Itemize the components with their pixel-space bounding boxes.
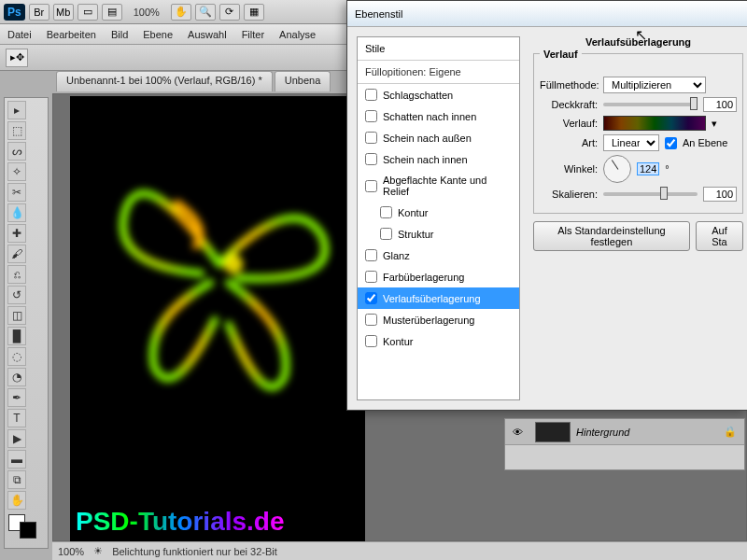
shape-tool[interactable]: ▬ (7, 450, 26, 469)
extras-button[interactable]: ▦ (244, 4, 264, 21)
doc-tab-1[interactable]: Unbena (275, 71, 331, 91)
hand-tool[interactable]: ✋ (7, 491, 26, 510)
blur-tool[interactable]: ◌ (7, 347, 26, 366)
menu-datei[interactable]: Datei (7, 29, 32, 40)
color-swatch[interactable] (7, 514, 46, 542)
angle-input[interactable]: 124 (637, 162, 659, 175)
style-checkbox[interactable] (365, 292, 377, 304)
hand-tool-button[interactable]: ✋ (171, 4, 191, 21)
menu-auswahl[interactable]: Auswahl (188, 29, 227, 40)
gradient-tool[interactable]: █ (7, 327, 26, 345)
make-default-button[interactable]: Als Standardeinstellung festlegen (533, 221, 690, 251)
style-item-6[interactable]: Struktur (358, 223, 519, 245)
lasso-tool[interactable]: ᔕ (7, 142, 26, 161)
marquee-tool[interactable]: ⬚ (7, 121, 26, 140)
style-checkbox[interactable] (365, 132, 377, 144)
crop-tool[interactable]: ✂ (7, 183, 26, 202)
menu-bearbeiten[interactable]: Bearbeiten (47, 29, 96, 40)
style-item-1[interactable]: Schatten nach innen (358, 105, 519, 127)
3d-tool[interactable]: ⧉ (7, 470, 26, 489)
gradient-dropdown-icon[interactable]: ▾ (712, 118, 717, 130)
style-item-label: Glanz (383, 250, 410, 261)
style-checkbox[interactable] (365, 153, 377, 165)
style-item-label: Schein nach außen (383, 133, 472, 144)
layer-name[interactable]: Hintergrund (576, 427, 629, 438)
opacity-slider[interactable] (603, 103, 698, 106)
eyedropper-tool[interactable]: 💧 (7, 203, 26, 222)
style-item-3[interactable]: Schein nach innen (358, 148, 519, 170)
style-checkbox[interactable] (365, 180, 377, 192)
style-checkbox[interactable] (365, 335, 377, 347)
style-checkbox[interactable] (380, 228, 392, 240)
background-color[interactable] (20, 522, 36, 539)
menu-bild[interactable]: Bild (111, 29, 128, 40)
menu-ebene[interactable]: Ebene (143, 29, 173, 40)
status-zoom[interactable]: 100% (58, 546, 84, 557)
heal-tool[interactable]: ✚ (7, 224, 26, 243)
document-canvas[interactable]: PSD-Tutorials.de (70, 96, 365, 542)
scale-slider[interactable] (603, 192, 698, 196)
style-item-9[interactable]: Verlaufsüberlagerung (358, 287, 519, 309)
style-checkbox[interactable] (365, 110, 377, 122)
fieldset-title: Verlauf (540, 49, 582, 60)
screen-mode-button[interactable]: ▭ (78, 4, 98, 21)
angle-label: Winkel: (540, 163, 598, 175)
stamp-tool[interactable]: ⎌ (7, 265, 26, 284)
doc-tab-active[interactable]: Unbenannt-1 bei 100% (Verlauf, RGB/16) * (56, 71, 273, 91)
menu-analyse[interactable]: Analyse (279, 29, 316, 40)
style-item-5[interactable]: Kontur (358, 202, 519, 223)
style-checkbox[interactable] (365, 271, 377, 283)
settings-panel: Verlaufsüberlagerung Verlauf Füllmethode… (529, 36, 747, 251)
style-item-7[interactable]: Glanz (358, 245, 519, 266)
scale-input[interactable] (703, 187, 737, 202)
path-select-tool[interactable]: ▶ (7, 429, 26, 448)
bridge-button[interactable]: Br (29, 4, 49, 21)
align-checkbox[interactable] (665, 137, 677, 149)
menu-filter[interactable]: Filter (242, 29, 264, 40)
lock-icon[interactable]: 🔒 (724, 426, 737, 438)
dialog-titlebar[interactable]: Ebenenstil (347, 1, 747, 27)
move-tool-icon[interactable]: ▸✥ (6, 49, 28, 67)
move-tool[interactable]: ▸ (7, 101, 26, 119)
reset-default-button[interactable]: Auf Sta (696, 221, 743, 251)
history-brush-tool[interactable]: ↺ (7, 286, 26, 304)
style-item-10[interactable]: Musterüberlagerung (358, 309, 519, 330)
styles-header[interactable]: Stile (358, 37, 519, 61)
layer-row[interactable]: 👁 Hintergrund 🔒 (505, 419, 744, 445)
blend-mode-select[interactable]: Multiplizieren (603, 77, 706, 93)
type-tool[interactable]: T (7, 409, 26, 427)
gradient-style-select[interactable]: Linear (603, 134, 659, 151)
styles-list: Stile Füllopitionen: Eigene Schlagschatt… (357, 36, 520, 400)
pen-tool[interactable]: ✒ (7, 388, 26, 407)
wand-tool[interactable]: ✧ (7, 162, 26, 181)
style-item-0[interactable]: Schlagschatten (358, 84, 519, 105)
eraser-tool[interactable]: ◫ (7, 306, 26, 325)
style-item-label: Schlagschatten (383, 90, 453, 101)
exposure-icon: ☀ (93, 545, 103, 557)
minibridge-button[interactable]: Mb (53, 4, 74, 21)
gradient-preview[interactable] (603, 116, 706, 131)
visibility-icon[interactable]: 👁 (505, 427, 529, 438)
style-item-11[interactable]: Kontur (358, 330, 519, 352)
angle-dial[interactable] (603, 155, 631, 183)
dialog-title: Ebenenstil (355, 8, 402, 20)
brush-tool[interactable]: 🖌 (7, 245, 26, 263)
style-checkbox[interactable] (380, 206, 392, 218)
opacity-input[interactable] (703, 97, 737, 112)
style-item-4[interactable]: Abgeflachte Kante und Relief (358, 170, 519, 202)
style-checkbox[interactable] (365, 314, 377, 326)
style-checkbox[interactable] (365, 249, 377, 261)
style-item-8[interactable]: Farbüberlagerung (358, 266, 519, 287)
rotate-view-button[interactable]: ⟳ (219, 4, 240, 21)
style-item-label: Abgeflachte Kante und Relief (383, 175, 512, 197)
layer-thumbnail[interactable] (535, 422, 571, 442)
style-item-2[interactable]: Schein nach außen (358, 127, 519, 148)
fill-options[interactable]: Füllopitionen: Eigene (358, 61, 519, 84)
status-bar: 100% ☀ Belichtung funktioniert nur bei 3… (52, 541, 747, 560)
style-item-label: Schatten nach innen (383, 111, 476, 122)
zoom-tool-button[interactable]: 🔍 (195, 4, 216, 21)
dodge-tool[interactable]: ◔ (7, 368, 26, 386)
arrange-button[interactable]: ▤ (102, 4, 122, 21)
style-item-label: Kontur (398, 207, 428, 218)
style-checkbox[interactable] (365, 89, 377, 101)
